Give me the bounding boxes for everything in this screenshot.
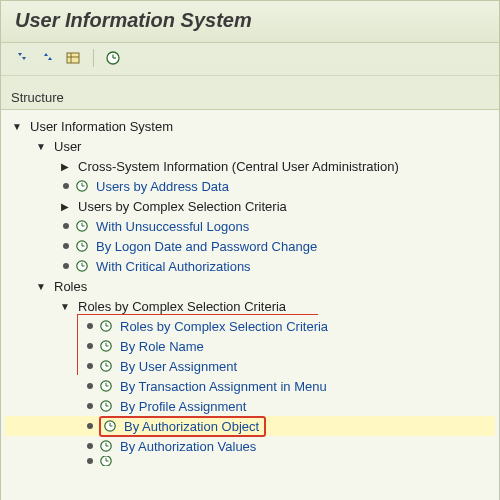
bullet-icon bbox=[87, 423, 93, 429]
clock-icon bbox=[99, 399, 113, 413]
clock-icon bbox=[99, 379, 113, 393]
tree-leaf-authorization-object[interactable]: By Authorization Object bbox=[5, 416, 495, 436]
tree-leaf-roles-complex-criteria[interactable]: Roles by Complex Selection Criteria bbox=[5, 316, 495, 336]
node-label: User bbox=[51, 138, 84, 155]
clock-icon bbox=[99, 359, 113, 373]
clock-icon bbox=[75, 259, 89, 273]
bullet-icon bbox=[87, 403, 93, 409]
node-label: By Authorization Object bbox=[121, 418, 262, 435]
svg-marker-2 bbox=[44, 53, 48, 56]
svg-marker-0 bbox=[18, 53, 22, 56]
collapse-icon[interactable]: ▼ bbox=[11, 120, 23, 132]
tree-node-roles-complex[interactable]: ▼ Roles by Complex Selection Criteria bbox=[5, 296, 495, 316]
collapse-all-button[interactable] bbox=[39, 49, 57, 67]
bullet-icon bbox=[63, 243, 69, 249]
tree-node-roles[interactable]: ▼ Roles bbox=[5, 276, 495, 296]
node-label: Cross-System Information (Central User A… bbox=[75, 158, 402, 175]
page-title: User Information System bbox=[15, 9, 485, 32]
collapse-icon[interactable]: ▼ bbox=[35, 140, 47, 152]
highlight-annotation: By Authorization Object bbox=[99, 416, 266, 437]
svg-marker-3 bbox=[48, 57, 52, 60]
tree-leaf-role-name[interactable]: By Role Name bbox=[5, 336, 495, 356]
tree-leaf-profile-assignment[interactable]: By Profile Assignment bbox=[5, 396, 495, 416]
bullet-icon bbox=[63, 263, 69, 269]
collapse-icon[interactable]: ▼ bbox=[35, 280, 47, 292]
toolbar-separator bbox=[93, 49, 94, 67]
bullet-icon bbox=[63, 183, 69, 189]
tree-leaf-user-assignment[interactable]: By User Assignment bbox=[5, 356, 495, 376]
tree-leaf-transaction-assignment[interactable]: By Transaction Assignment in Menu bbox=[5, 376, 495, 396]
bullet-icon bbox=[63, 223, 69, 229]
collapse-cascade-icon bbox=[40, 51, 56, 65]
tree-leaf-partial[interactable] bbox=[5, 456, 495, 466]
table-icon bbox=[66, 51, 82, 65]
svg-rect-4 bbox=[67, 53, 79, 63]
node-label: By Transaction Assignment in Menu bbox=[117, 378, 330, 395]
node-label: User Information System bbox=[27, 118, 176, 135]
node-label: By Role Name bbox=[117, 338, 207, 355]
clock-icon bbox=[99, 456, 113, 466]
bullet-icon bbox=[87, 363, 93, 369]
clock-execute-icon bbox=[105, 50, 121, 66]
tree-node-root[interactable]: ▼ User Information System bbox=[5, 116, 495, 136]
clock-icon bbox=[75, 239, 89, 253]
expand-icon[interactable]: ▶ bbox=[59, 200, 71, 212]
node-label: By Logon Date and Password Change bbox=[93, 238, 320, 255]
tree-panel: ▼ User Information System ▼ User ▶ Cross… bbox=[1, 110, 499, 500]
node-label: With Critical Authorizations bbox=[93, 258, 254, 275]
collapse-icon[interactable]: ▼ bbox=[59, 300, 71, 312]
expand-cascade-icon bbox=[14, 51, 30, 65]
svg-marker-1 bbox=[22, 57, 26, 60]
tree-node-user[interactable]: ▼ User bbox=[5, 136, 495, 156]
clock-icon bbox=[99, 319, 113, 333]
bullet-icon bbox=[87, 458, 93, 464]
expand-icon[interactable]: ▶ bbox=[59, 160, 71, 172]
tree-leaf-users-address[interactable]: Users by Address Data bbox=[5, 176, 495, 196]
node-label: By Authorization Values bbox=[117, 438, 259, 455]
bullet-icon bbox=[87, 383, 93, 389]
clock-icon bbox=[99, 339, 113, 353]
clock-icon bbox=[99, 439, 113, 453]
tree-leaf-critical-auth[interactable]: With Critical Authorizations bbox=[5, 256, 495, 276]
clock-icon bbox=[75, 219, 89, 233]
toolbar bbox=[1, 43, 499, 76]
tree-node-cross-system[interactable]: ▶ Cross-System Information (Central User… bbox=[5, 156, 495, 176]
node-label: Roles bbox=[51, 278, 90, 295]
structure-header: Structure bbox=[1, 86, 499, 110]
node-label: By User Assignment bbox=[117, 358, 240, 375]
node-label: Users by Complex Selection Criteria bbox=[75, 198, 290, 215]
clock-icon bbox=[103, 419, 117, 433]
expand-all-button[interactable] bbox=[13, 49, 31, 67]
tree-node-users-complex[interactable]: ▶ Users by Complex Selection Criteria bbox=[5, 196, 495, 216]
bullet-icon bbox=[87, 343, 93, 349]
title-bar: User Information System bbox=[1, 1, 499, 43]
app-window: User Information System bbox=[0, 0, 500, 500]
bullet-icon bbox=[87, 443, 93, 449]
tree-leaf-logon-date[interactable]: By Logon Date and Password Change bbox=[5, 236, 495, 256]
bullet-icon bbox=[87, 323, 93, 329]
node-label: Roles by Complex Selection Criteria bbox=[75, 298, 289, 315]
node-label: Users by Address Data bbox=[93, 178, 232, 195]
node-label: By Profile Assignment bbox=[117, 398, 249, 415]
node-label: With Unsuccessful Logons bbox=[93, 218, 252, 235]
node-label: Roles by Complex Selection Criteria bbox=[117, 318, 331, 335]
tree-leaf-authorization-values[interactable]: By Authorization Values bbox=[5, 436, 495, 456]
select-variant-button[interactable] bbox=[65, 49, 83, 67]
execute-button[interactable] bbox=[104, 49, 122, 67]
clock-icon bbox=[75, 179, 89, 193]
tree-leaf-unsuccessful-logons[interactable]: With Unsuccessful Logons bbox=[5, 216, 495, 236]
